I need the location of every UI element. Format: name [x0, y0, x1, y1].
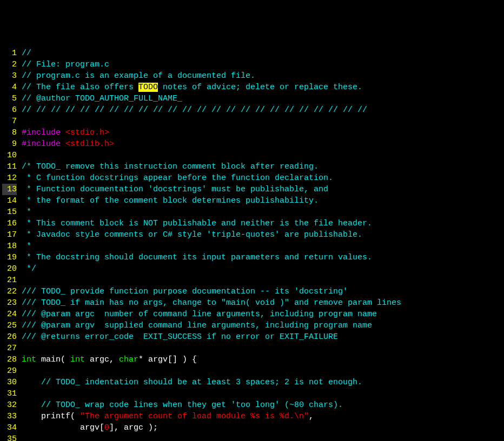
code-line: 24/// @param argc number of command line… [2, 309, 502, 320]
comment: */ [22, 264, 36, 273]
comment: // TODO_ indentation should be at least … [22, 378, 362, 387]
code-text: * argv[] ) { [138, 355, 197, 364]
code-line: 26/// @returns error_code EXIT_SUCCESS i… [2, 331, 502, 343]
line-number: 23 [2, 297, 17, 309]
code-line: 22/// TODO_ provide function purpose doc… [2, 286, 502, 297]
code-line: 14 * the format of the comment block det… [2, 195, 502, 206]
code-line: 25/// @param argv supplied command line … [2, 320, 502, 331]
line-number: 24 [2, 309, 17, 320]
code-line: 35 [2, 433, 502, 441]
comment: /* TODO_ remove this instruction comment… [22, 162, 319, 171]
line-number: 21 [2, 275, 17, 286]
code-line: 17 * Javadoc style comments or C# style … [2, 229, 502, 240]
comment: * This comment block is NOT publishable … [22, 219, 372, 228]
comment: /// @returns error_code EXIT_SUCCESS if … [22, 332, 338, 342]
line-number-current: 13 [2, 184, 17, 195]
line-number: 33 [2, 411, 17, 422]
line-number: 32 [2, 399, 17, 411]
line-number: 8 [2, 127, 17, 138]
code-line: 4// The file also offers TODO notes of a… [2, 82, 502, 93]
comment: * [22, 242, 31, 251]
code-line: 7 [2, 116, 502, 127]
line-number: 9 [2, 138, 17, 150]
code-line: 9#include <stdlib.h> [2, 138, 502, 150]
include-path: <stdio.h> [61, 128, 109, 137]
code-line: 31 [2, 388, 502, 399]
comment: // TODO_ wrap code lines when they get '… [22, 400, 343, 410]
code-line: 33 printf( "The argument count of load m… [2, 411, 502, 422]
comment: * the format of the comment block determ… [22, 196, 319, 205]
code-line: 15 * [2, 206, 502, 218]
comment: /// @param argc number of command line a… [22, 310, 377, 319]
code-line: 19 * The docstring should document its i… [2, 252, 502, 263]
line-number: 1 [2, 48, 17, 59]
line-number: 16 [2, 218, 17, 229]
line-number: 26 [2, 331, 17, 343]
line-number: 14 [2, 195, 17, 206]
code-line: 20 */ [2, 263, 502, 275]
line-number: 15 [2, 206, 17, 218]
code-line: 28int main( int argc, char* argv[] ) { [2, 354, 502, 365]
include-path: <stdlib.h> [61, 139, 114, 149]
line-number: 20 [2, 263, 17, 275]
code-text: , [309, 412, 314, 421]
line-number: 4 [2, 82, 17, 93]
code-line: 2// File: program.c [2, 59, 502, 70]
code-editor[interactable]: 1//2// File: program.c3// program.c is a… [2, 48, 502, 441]
comment: // The file also offers [22, 83, 138, 92]
comment: /// TODO_ if main has no args, change to… [22, 298, 401, 308]
line-number: 12 [2, 172, 17, 184]
code-line: 27 [2, 343, 502, 354]
line-number: 11 [2, 161, 17, 172]
line-number: 29 [2, 365, 17, 377]
line-number: 25 [2, 320, 17, 331]
comment: // [22, 49, 31, 58]
code-line: 18 * [2, 240, 502, 252]
code-text: printf( [22, 412, 80, 421]
line-number: 3 [2, 70, 17, 82]
comment: notes of advice; delete or replace these… [158, 83, 362, 92]
code-line: 29 [2, 365, 502, 377]
preprocessor: #include [22, 139, 61, 149]
code-line: 23/// TODO_ if main has no args, change … [2, 297, 502, 309]
code-line: 11/* TODO_ remove this instruction comme… [2, 161, 502, 172]
comment: // @author TODO_AUTHOR_FULL_NAME_ [22, 94, 182, 103]
comment: /// TODO_ provide function purpose docum… [22, 287, 348, 296]
line-number: 17 [2, 229, 17, 240]
number-literal: 0 [104, 423, 109, 432]
line-number: 6 [2, 104, 17, 116]
comment: // program.c is an example of a document… [22, 71, 255, 81]
comment: * C function docstrings appear before th… [22, 173, 333, 183]
comment: // File: program.c [22, 60, 109, 69]
comment: * Function documentation 'docstrings' mu… [22, 185, 328, 194]
string-literal: "The argument count of load module %s is… [80, 412, 309, 421]
code-line: 34 argv[0], argc ); [2, 422, 502, 433]
keyword: char [119, 355, 138, 364]
code-text: ], argc ); [109, 423, 158, 432]
line-number: 7 [2, 116, 17, 127]
line-number: 28 [2, 354, 17, 365]
comment: // // // // // // // // // // // // // /… [22, 105, 367, 115]
code-line: 8#include <stdio.h> [2, 127, 502, 138]
code-line: 10 [2, 150, 502, 161]
code-line: 32 // TODO_ wrap code lines when they ge… [2, 399, 502, 411]
line-number: 35 [2, 433, 17, 441]
line-number: 27 [2, 343, 17, 354]
code-text: argc, [85, 355, 119, 364]
code-line: 5// @author TODO_AUTHOR_FULL_NAME_ [2, 93, 502, 104]
line-number: 2 [2, 59, 17, 70]
line-number: 31 [2, 388, 17, 399]
preprocessor: #include [22, 128, 61, 137]
code-line: 1// [2, 48, 502, 59]
keyword: int [70, 355, 85, 364]
keyword: int [22, 355, 36, 364]
todo-highlight: TODO [138, 83, 158, 92]
line-number: 18 [2, 240, 17, 252]
line-number: 30 [2, 377, 17, 388]
comment: * The docstring should document its inpu… [22, 253, 372, 262]
code-line: 6// // // // // // // // // // // // // … [2, 104, 502, 116]
code-line: 13 * Function documentation 'docstrings'… [2, 184, 502, 195]
comment: * Javadoc style comments or C# style 'tr… [22, 230, 362, 239]
comment: /// @param argv supplied command line ar… [22, 321, 372, 330]
code-text: argv[ [22, 423, 104, 432]
